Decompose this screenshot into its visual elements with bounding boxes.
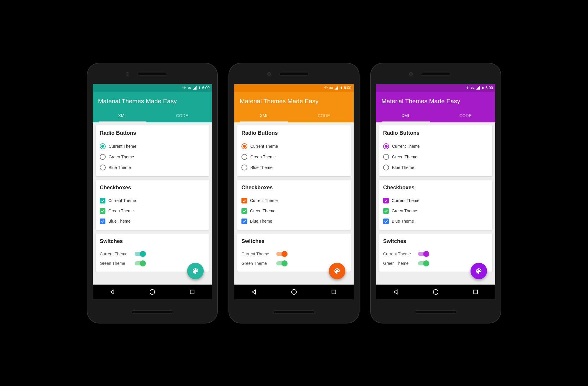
status-bar: 3G 6:00 [93,84,212,92]
app-bar: Material Themes Made Easy [376,92,495,109]
wifi-icon [182,86,187,90]
radio-icon [383,143,389,149]
checkbox-icon [383,208,389,214]
radio-label: Current Theme [392,144,420,149]
earpiece [421,73,450,76]
checkbox-label: Current Theme [108,198,136,203]
radio-label: Blue Theme [392,165,414,170]
recent-icon[interactable] [331,289,337,295]
screen: 3G 6:00 Material Themes Made Easy XML CO… [93,84,212,299]
palette-icon [334,267,341,275]
checkbox-current[interactable]: Current Theme [241,196,347,206]
switch-toggle [135,252,145,256]
status-bar: 3G 6:00 [234,84,354,92]
fab-theme[interactable] [187,263,204,279]
app-bar: Material Themes Made Easy [234,92,354,109]
svg-point-2 [292,289,297,294]
checkbox-green[interactable]: Green Theme [383,206,488,216]
checkbox-current[interactable]: Current Theme [100,196,205,206]
app-title: Material Themes Made Easy [381,98,460,104]
switch-label: Current Theme [100,252,129,256]
checkbox-green[interactable]: Green Theme [100,206,205,216]
nav-bar [376,285,495,299]
checkbox-icon [100,208,105,214]
switch-toggle [418,252,429,256]
switch-label: Current Theme [383,252,413,256]
switch-label: Green Theme [100,261,129,266]
app-bar: Material Themes Made Easy [93,92,212,109]
checkbox-label: Blue Theme [108,219,130,224]
clock: 6:00 [202,86,210,90]
radio-label: Green Theme [250,155,276,159]
signal-icon [334,86,339,90]
checkbox-label: Green Theme [250,208,275,213]
app-title: Material Themes Made Easy [98,98,177,104]
switch-current[interactable]: Current Theme [100,249,205,259]
checkbox-blue[interactable]: Blue Theme [241,216,347,226]
switch-toggle [418,261,429,265]
device-purple: 3G 6:00 Material Themes Made Easy XML CO… [371,63,501,323]
switch-label: Green Theme [241,261,271,266]
tab-xml[interactable]: XML [234,109,294,122]
switch-current[interactable]: Current Theme [383,249,488,259]
switch-label: Green Theme [383,261,413,266]
tab-code[interactable]: CODE [436,109,495,122]
app-title: Material Themes Made Easy [240,98,318,104]
radio-current[interactable]: Current Theme [383,141,488,152]
tab-code[interactable]: CODE [152,109,212,122]
radio-green[interactable]: Green Theme [383,152,488,162]
content-area: Radio Buttons Current Theme Green Theme … [93,122,212,284]
checkbox-blue[interactable]: Blue Theme [383,216,488,226]
status-bar: 3G 6:00 [376,84,495,92]
radio-icon [100,154,106,160]
bottom-speaker [132,311,173,313]
network-label: 3G [329,86,333,89]
radio-green[interactable]: Green Theme [241,152,347,162]
tab-xml[interactable]: XML [93,109,152,122]
device-orange: 3G 6:00 Material Themes Made Easy XML CO… [229,63,359,323]
checkbox-blue[interactable]: Blue Theme [100,216,205,226]
nav-bar [234,285,354,299]
radio-blue[interactable]: Blue Theme [383,162,488,173]
radio-blue[interactable]: Blue Theme [100,162,205,173]
radio-icon [383,165,389,170]
checkbox-label: Blue Theme [250,219,272,224]
palette-icon [475,267,482,275]
radio-icon [100,165,106,170]
radio-icon [241,143,247,149]
home-icon[interactable] [291,289,297,295]
recent-icon[interactable] [189,289,195,295]
network-label: 3G [188,86,191,89]
switch-title: Switches [383,238,488,244]
back-icon[interactable] [109,289,116,295]
checkbox-icon [241,219,247,224]
switch-current[interactable]: Current Theme [241,249,347,259]
recent-icon[interactable] [472,289,479,295]
tab-code[interactable]: CODE [294,109,354,122]
radio-green[interactable]: Green Theme [100,152,205,162]
checkbox-label: Blue Theme [392,219,414,224]
clock: 6:00 [486,86,493,90]
battery-icon [481,86,484,90]
radio-title: Radio Buttons [241,130,347,136]
radio-icon [100,143,106,149]
back-icon[interactable] [251,289,257,295]
tab-bar: XML CODE [376,109,495,122]
svg-rect-3 [332,290,336,294]
tab-xml[interactable]: XML [376,109,436,122]
wifi-icon [465,86,470,90]
home-icon[interactable] [432,289,439,295]
home-icon[interactable] [149,289,156,295]
back-icon[interactable] [393,289,399,295]
checkbox-green[interactable]: Green Theme [241,206,347,216]
radio-blue[interactable]: Blue Theme [241,162,347,173]
radio-current[interactable]: Current Theme [241,141,347,152]
radio-current[interactable]: Current Theme [100,141,205,152]
signal-icon [192,86,197,90]
fab-theme[interactable] [471,263,487,279]
device-teal: 3G 6:00 Material Themes Made Easy XML CO… [87,63,217,323]
checkbox-icon [100,219,105,224]
fab-theme[interactable] [329,263,345,279]
checkbox-current[interactable]: Current Theme [383,196,488,206]
signal-icon [476,86,480,90]
